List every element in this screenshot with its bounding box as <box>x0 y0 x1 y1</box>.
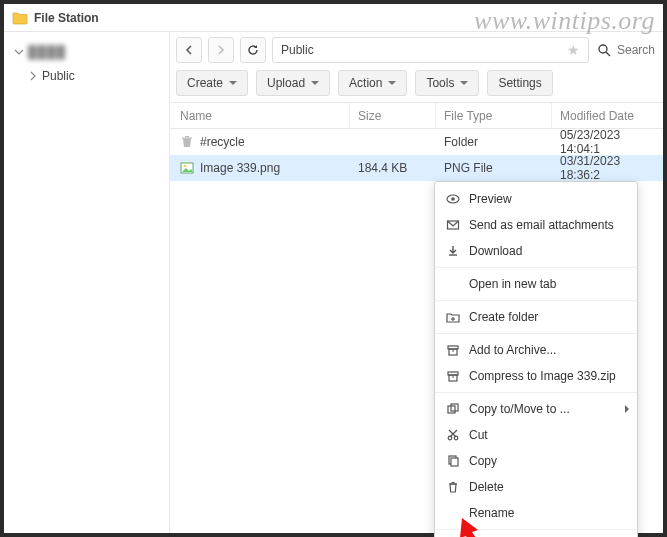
window-title: File Station <box>34 11 99 25</box>
folder-icon <box>12 10 28 26</box>
tools-button[interactable]: Tools <box>415 70 479 96</box>
svg-rect-25 <box>451 458 458 466</box>
mail-icon <box>445 217 461 233</box>
file-date: 03/31/2023 18:36:2 <box>552 155 663 181</box>
action-toolbar: Create Upload Action Tools Settings <box>170 68 663 103</box>
menu-item-rename[interactable]: Rename <box>435 500 637 526</box>
menu-item-label: Rename <box>469 506 627 520</box>
back-button[interactable] <box>176 37 202 63</box>
table-row[interactable]: Image 339.png184.4 KBPNG File03/31/2023 … <box>170 155 663 181</box>
menu-item-add-to-archive[interactable]: Add to Archive... <box>435 337 637 363</box>
file-size: 184.4 KB <box>350 155 436 181</box>
menu-item-open-in-new-tab[interactable]: Open in new tab <box>435 271 637 297</box>
trash-icon <box>180 135 194 149</box>
chevron-right-icon <box>625 405 629 413</box>
caret-down-icon <box>460 81 468 85</box>
menu-separator <box>435 529 637 530</box>
caret-down-icon <box>14 47 24 57</box>
menu-separator <box>435 392 637 393</box>
action-button[interactable]: Action <box>338 70 407 96</box>
menu-item-create-desktop-shortcut[interactable]: Create desktop shortcut <box>435 533 637 537</box>
delete-icon <box>445 479 461 495</box>
svg-point-7 <box>451 197 455 201</box>
sidebar-item-public[interactable]: Public <box>4 64 169 88</box>
menu-separator <box>435 333 637 334</box>
path-text: Public <box>281 43 314 57</box>
svg-rect-3 <box>185 136 189 137</box>
svg-line-1 <box>606 52 610 56</box>
menu-item-label: Open in new tab <box>469 277 627 291</box>
upload-button[interactable]: Upload <box>256 70 330 96</box>
file-size <box>350 129 436 155</box>
menu-item-compress-to-image-339-zip[interactable]: Compress to Image 339.zip <box>435 363 637 389</box>
menu-item-copy-to-move-to[interactable]: Copy to/Move to ... <box>435 396 637 422</box>
menu-item-label: Send as email attachments <box>469 218 627 232</box>
search-wrap <box>595 41 657 59</box>
column-date[interactable]: Modified Date <box>552 103 663 128</box>
blank-icon <box>445 505 461 521</box>
menu-item-preview[interactable]: Preview <box>435 186 637 212</box>
caret-down-icon <box>229 81 237 85</box>
menu-separator <box>435 267 637 268</box>
archive-icon <box>445 342 461 358</box>
star-icon[interactable]: ★ <box>567 42 580 58</box>
titlebar: File Station <box>4 4 663 32</box>
table-header: Name Size File Type Modified Date <box>170 103 663 129</box>
sidebar-root-label: ████ <box>28 45 66 59</box>
download-icon <box>445 243 461 259</box>
menu-item-create-folder[interactable]: Create folder <box>435 304 637 330</box>
menu-item-label: Copy to/Move to ... <box>469 402 627 416</box>
menu-item-delete[interactable]: Delete <box>435 474 637 500</box>
svg-point-5 <box>184 165 187 168</box>
copy-icon <box>445 453 461 469</box>
eye-icon <box>445 191 461 207</box>
file-name: Image 339.png <box>200 161 280 175</box>
caret-down-icon <box>388 81 396 85</box>
file-type: PNG File <box>436 155 552 181</box>
settings-button[interactable]: Settings <box>487 70 552 96</box>
sidebar-root-item[interactable]: ████ <box>4 40 169 64</box>
archive-icon <box>445 368 461 384</box>
menu-item-download[interactable]: Download <box>435 238 637 264</box>
caret-down-icon <box>311 81 319 85</box>
menu-item-label: Download <box>469 244 627 258</box>
create-button[interactable]: Create <box>176 70 248 96</box>
menu-item-label: Compress to Image 339.zip <box>469 369 627 383</box>
column-size[interactable]: Size <box>350 103 436 128</box>
file-list: #recycleFolder05/23/2023 14:04:1Image 33… <box>170 129 663 181</box>
column-type[interactable]: File Type <box>436 103 552 128</box>
menu-item-cut[interactable]: Cut <box>435 422 637 448</box>
menu-item-send-as-email-attachments[interactable]: Send as email attachments <box>435 212 637 238</box>
menu-item-label: Delete <box>469 480 627 494</box>
search-icon[interactable] <box>595 41 613 59</box>
sidebar-item-label: Public <box>42 69 75 83</box>
file-name: #recycle <box>200 135 245 149</box>
svg-rect-2 <box>182 138 192 139</box>
cut-icon <box>445 427 461 443</box>
copy-move-icon <box>445 401 461 417</box>
table-row[interactable]: #recycleFolder05/23/2023 14:04:1 <box>170 129 663 155</box>
menu-item-label: Copy <box>469 454 627 468</box>
file-date: 05/23/2023 14:04:1 <box>552 129 663 155</box>
caret-right-icon <box>28 71 38 81</box>
folder-plus-icon <box>445 309 461 325</box>
menu-item-label: Add to Archive... <box>469 343 627 357</box>
svg-rect-13 <box>449 349 457 355</box>
menu-item-copy[interactable]: Copy <box>435 448 637 474</box>
blank-icon <box>445 276 461 292</box>
svg-point-0 <box>599 45 607 53</box>
app-window: www.wintips.org File Station ████ Public <box>0 0 667 537</box>
reload-button[interactable] <box>240 37 266 63</box>
forward-button[interactable] <box>208 37 234 63</box>
path-bar[interactable]: Public ★ <box>272 37 589 63</box>
menu-item-label: Create folder <box>469 310 627 324</box>
menu-item-label: Preview <box>469 192 627 206</box>
column-name[interactable]: Name <box>170 103 350 128</box>
svg-rect-16 <box>449 375 457 381</box>
image-icon <box>180 161 194 175</box>
search-input[interactable] <box>617 43 657 57</box>
menu-item-label: Cut <box>469 428 627 442</box>
nav-toolbar: Public ★ <box>170 32 663 68</box>
context-menu: PreviewSend as email attachmentsDownload… <box>434 181 638 537</box>
file-type: Folder <box>436 129 552 155</box>
